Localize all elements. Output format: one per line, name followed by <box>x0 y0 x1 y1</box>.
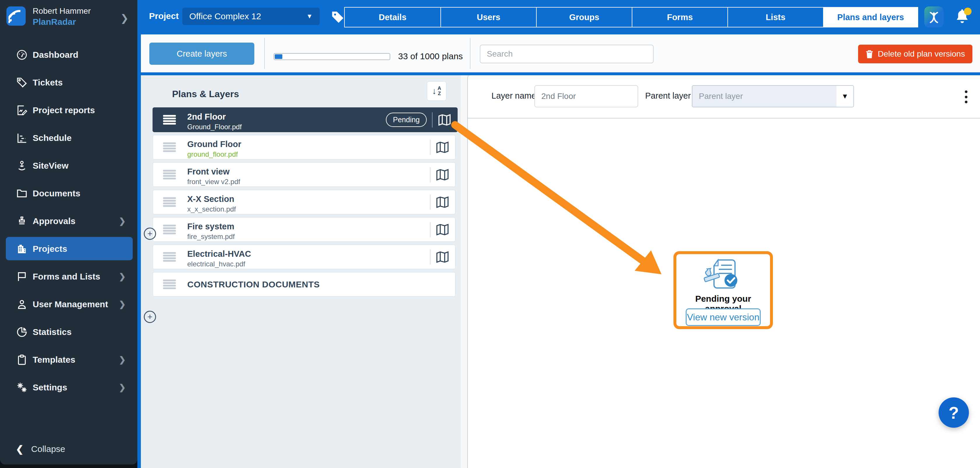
plan-filename: fire_system.pdf <box>187 232 235 241</box>
chevron-left-icon: ❮ <box>16 444 24 455</box>
drag-handle-icon[interactable] <box>163 252 176 262</box>
add-to-construction-documents-button[interactable]: + <box>144 311 156 323</box>
plan-row-xx-section[interactable]: X-X Section x_x_section.pdf <box>153 189 456 215</box>
clipboard-icon <box>16 353 28 366</box>
drag-handle-icon[interactable] <box>163 115 176 125</box>
plan-list: 2nd Floor Ground_Floor.pdf Pending Groun… <box>153 107 456 299</box>
sort-button[interactable]: ↓ AZ <box>427 81 447 101</box>
map-icon[interactable] <box>436 223 449 236</box>
plan-title: Fire system <box>187 221 235 232</box>
plan-row-2nd-floor[interactable]: 2nd Floor Ground_Floor.pdf Pending <box>153 107 458 132</box>
chevron-right-icon: ❯ <box>119 382 126 392</box>
drag-handle-icon[interactable] <box>163 224 176 235</box>
flag-icon <box>16 271 28 283</box>
delete-old-plan-versions-button[interactable]: Delete old plan versions <box>858 45 972 63</box>
help-button[interactable]: ? <box>939 397 969 428</box>
sidebar-item-user-management[interactable]: User Management ❯ <box>0 290 137 318</box>
plans-progress-fill <box>275 54 282 59</box>
plan-row-construction-documents[interactable]: CONSTRUCTION DOCUMENTS <box>153 272 456 297</box>
tab-forms[interactable]: Forms <box>632 7 727 27</box>
folder-icon <box>16 187 28 200</box>
sort-arrow-icon: ↓ <box>432 87 436 96</box>
tab-lists[interactable]: Lists <box>727 7 823 27</box>
plan-row-front-view[interactable]: Front view front_view v2.pdf <box>153 162 456 187</box>
parent-layer-select-value: Parent layer <box>692 92 837 101</box>
sidebar-item-siteview[interactable]: SiteView <box>0 152 137 180</box>
dashboard-icon <box>16 49 28 61</box>
ticket-tag-icon <box>16 76 28 89</box>
chevron-right-icon: ❯ <box>119 272 126 281</box>
plan-row-ground-floor[interactable]: Ground Floor ground_floor.pdf <box>153 135 456 159</box>
approval-stamp-illustration <box>700 258 747 294</box>
plan-row-fire-system[interactable]: Fire system fire_system.pdf <box>153 217 456 242</box>
map-icon[interactable] <box>436 169 449 181</box>
tab-groups[interactable]: Groups <box>536 7 632 27</box>
sidebar-item-settings[interactable]: Settings ❯ <box>0 374 137 401</box>
plan-title: Electrical-HVAC <box>187 248 251 259</box>
butterfly-icon <box>927 9 941 25</box>
plans-count: 33 of 1000 plans <box>398 51 465 61</box>
chevron-right-icon: ❯ <box>119 355 126 365</box>
planradar-app: Robert Hammer PlanRadar ❯ Dashboard <box>0 0 980 468</box>
collapse-button[interactable]: ❮ Collapse <box>16 444 65 455</box>
planradar-logo-icon <box>6 6 25 25</box>
caret-down-icon: ▼ <box>837 86 853 107</box>
view-new-version-button[interactable]: View new version <box>686 309 760 326</box>
sidebar-item-schedule[interactable]: Schedule <box>0 124 137 152</box>
sidebar-item-project-reports[interactable]: Project reports <box>0 96 137 124</box>
header-accent-strip <box>141 72 980 75</box>
plans-toolbar: Create layers 33 of 1000 plans Delete ol… <box>141 34 980 72</box>
chevron-right-icon[interactable]: ❯ <box>121 12 129 24</box>
account-switcher[interactable]: Robert Hammer PlanRadar ❯ <box>0 0 137 35</box>
plans-panel: Plans & Layers ↓ AZ 2nd Floor Ground_Flo… <box>141 75 461 468</box>
layer-name-input[interactable] <box>535 85 638 107</box>
sidebar-item-tickets[interactable]: Tickets <box>0 68 137 96</box>
add-to-xx-section-button[interactable]: + <box>144 228 156 240</box>
search-input[interactable] <box>480 45 654 63</box>
map-icon[interactable] <box>436 141 449 153</box>
sidebar: Robert Hammer PlanRadar ❯ Dashboard <box>0 0 137 465</box>
drag-handle-icon[interactable] <box>163 197 176 207</box>
plan-title: Ground Floor <box>187 139 241 150</box>
project-dropdown[interactable]: Office Complex 12 ▼ <box>182 8 320 25</box>
map-icon[interactable] <box>436 196 449 209</box>
notification-dot <box>964 8 972 15</box>
plan-row-electrical-hvac[interactable]: Electrical-HVAC electrical_hvac.pdf <box>153 245 456 269</box>
toolbar-divider <box>470 38 471 69</box>
sidebar-item-projects[interactable]: Projects <box>0 235 137 263</box>
chevron-right-icon: ❯ <box>119 299 126 309</box>
sidebar-item-templates[interactable]: Templates ❯ <box>0 346 137 374</box>
pie-chart-icon <box>16 326 28 338</box>
tag-icon[interactable] <box>331 11 344 25</box>
map-icon[interactable] <box>436 251 449 263</box>
user-name: Robert Hammer <box>33 6 91 16</box>
project-label: Project <box>149 11 179 21</box>
parent-layer-select[interactable]: Parent layer ▼ <box>692 85 854 107</box>
stamp-icon <box>16 215 28 227</box>
notifications-bell[interactable] <box>955 9 971 26</box>
create-layers-button[interactable]: Create layers <box>150 43 255 65</box>
drag-handle-icon[interactable] <box>163 142 176 152</box>
tab-plans-and-layers[interactable]: Plans and layers <box>823 7 918 27</box>
tab-users[interactable]: Users <box>441 7 536 27</box>
map-icon[interactable] <box>438 114 451 126</box>
sidebar-item-documents[interactable]: Documents <box>0 180 137 207</box>
plan-filename: Ground_Floor.pdf <box>187 123 242 131</box>
drag-handle-icon[interactable] <box>163 280 176 290</box>
sidebar-item-dashboard[interactable]: Dashboard <box>0 41 137 68</box>
row-divider <box>430 167 431 182</box>
report-pen-icon <box>16 104 28 116</box>
sidebar-item-statistics[interactable]: Statistics <box>0 318 137 346</box>
layer-name-label: Layer name <box>492 91 536 101</box>
sidebar-item-approvals[interactable]: Approvals ❯ <box>0 207 137 235</box>
sidebar-item-forms-and-lists[interactable]: Forms and Lists ❯ <box>0 263 137 290</box>
drag-handle-icon[interactable] <box>163 170 176 180</box>
plan-title: CONSTRUCTION DOCUMENTS <box>187 279 320 290</box>
tab-details[interactable]: Details <box>344 7 441 27</box>
gears-icon <box>16 381 28 393</box>
connect-apps-button[interactable] <box>924 6 943 27</box>
caret-down-icon: ▼ <box>306 13 313 20</box>
more-options-button[interactable] <box>960 91 972 103</box>
brand-name: PlanRadar <box>33 16 91 27</box>
panel-gutter <box>461 75 467 468</box>
